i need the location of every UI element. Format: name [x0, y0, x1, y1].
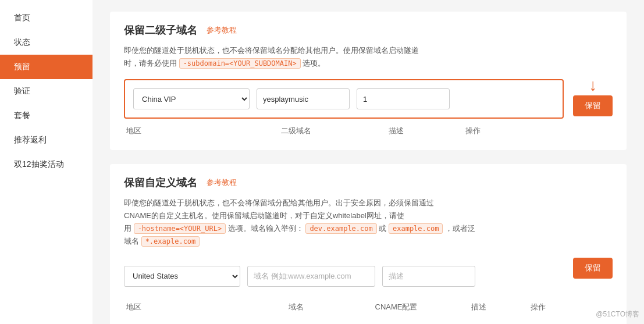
section2-desc-part6: ，或者泛: [445, 224, 475, 233]
section1-col-subdomain: 二级域名: [250, 126, 343, 136]
section2-ref-link[interactable]: 参考教程: [207, 177, 237, 188]
section2-desc-part3: 用: [124, 224, 131, 233]
section2-code5: *.exaple.com: [141, 236, 200, 247]
section-custom-domain: 保留自定义域名 参考教程 即使您的隧道处于脱机状态，也不会将保留域分配给其他用户…: [110, 164, 627, 324]
section2-region-select[interactable]: United States China VIP Japan Singapore …: [124, 266, 240, 287]
section2-desc-part4: 选项。域名输入举例：: [228, 224, 304, 233]
section2-desc-part2: CNAME的自定义主机名。使用保留域启动隧道时，对于自定义whitelabel网…: [124, 211, 404, 220]
section2-desc-input[interactable]: [382, 266, 475, 287]
sidebar-item-home-label: 首页: [14, 13, 30, 22]
section2-title-row: 保留自定义域名 参考教程: [124, 176, 613, 190]
section1-title: 保留二级子域名: [124, 23, 197, 37]
sidebar: 首页 状态 预留 验证 套餐 推荐返利 双12抽奖活动: [0, 0, 92, 324]
section2-desc: 即使您的隧道处于脱机状态，也不会将保留域分配给其他用户。出于安全原因，必须保留通…: [124, 197, 613, 248]
section2-desc-part5: 或: [379, 224, 386, 233]
sidebar-item-referral[interactable]: 推荐返利: [0, 128, 92, 152]
section1-col-desc: 描述: [350, 126, 443, 136]
section2-save-button[interactable]: 保留: [573, 258, 613, 279]
section1-col-labels: 地区 二级域名 描述 操作: [124, 126, 564, 136]
section2-code2: -hostname=<YOUR_URL>: [134, 223, 226, 234]
section1-code1: -subdomain=<YOUR_SUBDOMAIN>: [179, 58, 301, 69]
section2-col-cname: CNAME配置: [350, 302, 443, 312]
section1-desc: 即使您的隧道处于脱机状态，也不会将保留域名分配给其他用户。使用保留域名启动隧道 …: [124, 44, 613, 70]
section1-title-row: 保留二级子域名 参考教程: [124, 23, 613, 37]
sidebar-item-lottery[interactable]: 双12抽奖活动: [0, 152, 92, 177]
sidebar-item-lottery-label: 双12抽奖活动: [14, 159, 64, 169]
section1-col-action: 操作: [450, 126, 496, 136]
sidebar-item-verify[interactable]: 验证: [0, 79, 92, 104]
section1-region-select[interactable]: China VIP United States Japan Singapore …: [133, 88, 250, 109]
section1-desc-part1: 即使您的隧道处于脱机状态，也不会将保留域名分配给其他用户。使用保留域名启动隧道: [124, 46, 419, 55]
sidebar-item-home[interactable]: 首页: [0, 6, 92, 30]
arrow-down-icon: ↑: [589, 79, 597, 95]
sidebar-item-plan-label: 套餐: [14, 111, 30, 120]
main-content: 保留二级子域名 参考教程 即使您的隧道处于脱机状态，也不会将保留域名分配给其他用…: [92, 0, 644, 324]
section1-desc-part2: 时，请务必使用: [124, 59, 177, 67]
section1-form-row: China VIP United States Japan Singapore …: [124, 79, 564, 119]
sidebar-item-reserve[interactable]: 预留: [0, 55, 92, 79]
section2-code3: dev.example.com: [305, 223, 376, 234]
section2-title: 保留自定义域名: [124, 176, 197, 190]
section2-form-row: United States China VIP Japan Singapore …: [124, 258, 564, 295]
section1-desc-part3: 选项。: [303, 59, 325, 67]
section2-desc-part7: 域名: [124, 237, 139, 245]
section2-col-desc: 描述: [450, 302, 508, 312]
section2-col-domain: 域名: [250, 302, 343, 312]
section-subdomain: 保留二级子域名 参考教程 即使您的隧道处于脱机状态，也不会将保留域名分配给其他用…: [110, 12, 627, 150]
section2-desc-part1: 即使您的隧道处于脱机状态，也不会将保留域分配给其他用户。出于安全原因，必须保留通…: [124, 198, 434, 207]
sidebar-item-status-label: 状态: [14, 37, 30, 47]
sidebar-item-status[interactable]: 状态: [0, 30, 92, 55]
section2-code4: example.com: [389, 223, 443, 234]
section1-arrow-area: ↑ 保留: [573, 79, 613, 116]
section2-col-region: 地区: [126, 302, 243, 312]
section1-ref-link[interactable]: 参考教程: [207, 25, 237, 35]
sidebar-item-plan[interactable]: 套餐: [0, 104, 92, 128]
section1-desc-input[interactable]: [357, 88, 450, 109]
sidebar-item-verify-label: 验证: [14, 86, 30, 95]
section2-domain-input[interactable]: [247, 266, 375, 287]
section1-save-button[interactable]: 保留: [573, 95, 613, 116]
section2-save-area: 保留: [573, 258, 613, 279]
section1-col-region: 地区: [126, 126, 243, 136]
sidebar-item-referral-label: 推荐返利: [14, 135, 47, 144]
sidebar-item-reserve-label: 预留: [14, 62, 30, 71]
section2-col-action: 操作: [515, 302, 561, 312]
section2-col-labels: 地区 域名 CNAME配置 描述 操作: [124, 302, 564, 312]
section1-subdomain-input[interactable]: [257, 88, 350, 109]
